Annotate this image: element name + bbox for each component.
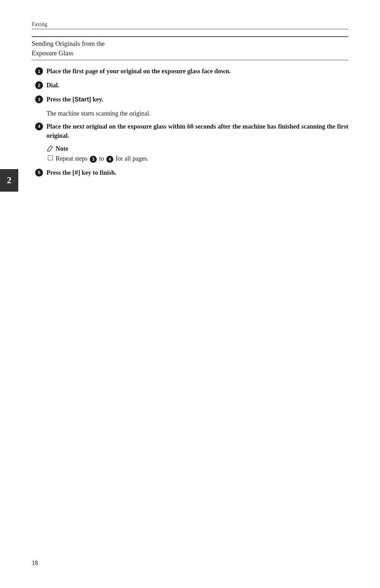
- step-3-number: 3: [35, 95, 43, 103]
- section-title-block: Sending Originals from the Exposure Glas…: [32, 36, 348, 60]
- note-checkbox: [48, 155, 53, 160]
- note-block: Note Repeat steps 3 to 4 for all pages.: [46, 145, 348, 163]
- step-2: 2 Dial.: [35, 81, 348, 90]
- steps-area: 1 Place the first page of your original …: [32, 67, 348, 177]
- note-item-1: Repeat steps 3 to 4 for all pages.: [48, 154, 348, 163]
- step-3: 3 Press the [Start] key.: [35, 95, 348, 104]
- page-header: Faxing: [32, 21, 348, 29]
- step-5-number: 5: [35, 169, 43, 177]
- page-number: 18: [32, 559, 38, 567]
- note-title: Note: [46, 145, 348, 153]
- section-title-line2: Exposure Glass: [32, 49, 74, 57]
- chapter-number: 2: [7, 175, 12, 186]
- section-title-line1: Sending Originals from the: [32, 40, 104, 47]
- step-1: 1 Place the first page of your original …: [35, 67, 348, 76]
- step-5: 5 Press the [#] key to finish.: [35, 168, 348, 177]
- section-top-rule: [32, 36, 348, 37]
- step-2-number: 2: [35, 81, 43, 89]
- section-title: Sending Originals from the Exposure Glas…: [32, 39, 348, 58]
- header-label: Faxing: [32, 21, 348, 27]
- step-1-number: 1: [35, 67, 43, 75]
- step-4-number: 4: [35, 123, 43, 130]
- note-label: Note: [56, 145, 68, 153]
- step-3-description: The machine starts scanning the original…: [46, 109, 348, 118]
- step-4: 4 Place the next original on the exposur…: [35, 122, 348, 140]
- note-item-text: Repeat steps 3 to 4 for all pages.: [56, 154, 148, 163]
- page-container: 2 Faxing Sending Originals from the Expo…: [0, 0, 380, 588]
- step-1-text: Place the first page of your original on…: [46, 67, 348, 76]
- step-3-text: Press the [Start] key.: [46, 95, 348, 104]
- section-bottom-rule: [32, 60, 348, 60]
- step-5-text: Press the [#] key to finish.: [46, 168, 348, 177]
- header-divider: [32, 29, 348, 29]
- step-2-text: Dial.: [46, 81, 348, 90]
- note-icon: [46, 145, 53, 152]
- chapter-tab: 2: [0, 169, 18, 192]
- step-4-text: Place the next original on the exposure …: [46, 122, 348, 140]
